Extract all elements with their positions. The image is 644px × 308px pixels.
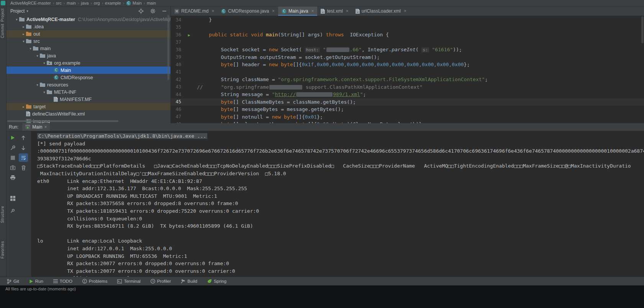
tree-item-path: C:\Users\Anonymous\Desktop\java\ActiveMq… [78, 17, 170, 22]
tree-item-resources[interactable]: ▾resources [7, 81, 170, 88]
tree-item-target[interactable]: ▸target [7, 103, 170, 110]
stop-button[interactable] [8, 153, 17, 162]
trash-icon [21, 165, 26, 170]
close-tab-icon[interactable]: × [404, 8, 406, 14]
rerun-icon [10, 135, 15, 140]
crumb-main[interactable]: CMain [126, 1, 142, 6]
wrench-button[interactable] [8, 143, 17, 152]
chevron-collapsed-icon[interactable]: ▸ [21, 25, 26, 29]
run-console[interactable]: C:\Penetration\ProgramTools\Java\jdk1.8\… [31, 131, 644, 277]
crumb-src[interactable]: src [56, 1, 62, 5]
tree-item-manifest-mf[interactable]: MANIFEST.MF [7, 96, 170, 103]
project-tree-horizontal-scrollbar[interactable] [7, 120, 118, 122]
tree-item-java[interactable]: ▾java [7, 52, 170, 59]
status-run[interactable]: Run [29, 279, 43, 284]
status-terminal[interactable]: Terminal [117, 279, 140, 284]
crumb-example[interactable]: example [105, 1, 121, 5]
chevron-expanded-icon[interactable]: ▾ [42, 90, 47, 94]
tree-item-meta-inf[interactable]: ▾META-INF [7, 88, 170, 96]
down-button[interactable] [19, 143, 28, 152]
console-line: RX bytes:8835416711 (8.2 GiB) TX bytes:4… [37, 222, 644, 230]
chevron-down-icon[interactable]: ▾ [26, 9, 28, 13]
up-icon [21, 135, 26, 140]
line-number: 43 [171, 84, 181, 90]
tree-item-defineclasswritefile-xml[interactable]: xdefineClassWriteFile.xml [7, 110, 170, 117]
tree-item-idea[interactable]: ▸.idea [7, 23, 170, 30]
status-profiler[interactable]: Profiler [151, 279, 171, 284]
project-tree: ▾ActiveMqRCE-masterC:\Users\Anonymous\De… [7, 16, 170, 123]
locate-button[interactable] [138, 8, 144, 14]
editor-tab-label: test.xml [327, 8, 342, 14]
close-tab-icon[interactable]: × [346, 8, 349, 14]
project-panel-title[interactable]: Project [10, 8, 25, 14]
crumb-main[interactable]: main [147, 1, 156, 5]
tree-item-main[interactable]: ▾main [7, 45, 170, 52]
close-tab-icon[interactable]: × [311, 8, 314, 14]
editor-tab-cmdresponse-java[interactable]: CCMDResponse.java× [218, 7, 278, 16]
crumb-java[interactable]: java [81, 1, 88, 5]
status-problems[interactable]: Problems [82, 279, 108, 284]
close-tab-icon[interactable]: × [272, 8, 275, 14]
ide-logo-icon [1, 1, 5, 5]
chevron-expanded-icon[interactable]: ▾ [35, 83, 40, 87]
status-todo[interactable]: TODO [53, 279, 72, 284]
toolwindow-tab-structure[interactable]: Structure [0, 206, 6, 223]
rerun-button[interactable] [8, 134, 17, 142]
layout-button[interactable] [8, 194, 17, 202]
editor-tab-readme-md[interactable]: MREADME.md× [171, 7, 218, 16]
settings-button[interactable] [150, 8, 156, 14]
crumb-org[interactable]: org [94, 1, 100, 5]
status-build[interactable]: Build [181, 279, 197, 284]
run-tab-main[interactable]: Main × [22, 123, 50, 131]
print-button[interactable] [8, 173, 17, 182]
close-tab-icon[interactable]: × [211, 8, 214, 14]
toolwindow-tab-favorites[interactable]: Favorites [0, 241, 6, 259]
editor-scrollbar[interactable] [641, 16, 644, 43]
close-icon[interactable]: × [44, 124, 47, 130]
tree-item-main[interactable]: CMain [7, 67, 170, 74]
code-line-45: 45 byte[] ClassNameBytes = className.get… [171, 98, 644, 106]
console-line: inet addr:127.0.0.1 Mask:255.0.0.0 [37, 245, 644, 253]
tree-item-cmdresponse[interactable]: CCMDResponse [7, 74, 170, 81]
breadcrumb-separator-icon: › [64, 1, 65, 5]
toolwindow-tab-commit[interactable]: Commit [0, 24, 6, 38]
run-line-icon[interactable]: ▶ [188, 33, 190, 37]
status-label: Problems [89, 279, 108, 284]
hide-button[interactable] [162, 9, 167, 13]
crumb-activemqrce-master[interactable]: ActiveMqRCE-master [10, 1, 51, 5]
up-button[interactable] [19, 134, 28, 142]
status-git[interactable]: Git [7, 279, 19, 284]
breadcrumb-separator-icon: › [53, 1, 54, 5]
editor-tab-urlclassloader-xml[interactable]: xurlClassLoader.xml× [352, 7, 410, 16]
chevron-collapsed-icon[interactable]: ▸ [21, 105, 26, 109]
chevron-expanded-icon[interactable]: ▾ [14, 18, 19, 21]
screenshot-button[interactable] [8, 163, 17, 172]
status-spring[interactable]: Spring [207, 279, 226, 284]
run-tab-label: Main [32, 124, 42, 130]
project-tree-vertical-scrollbar[interactable] [167, 15, 169, 80]
console-line: TX packets:20077 errors:0 dropped:0 over… [37, 267, 644, 275]
toolwindow-tab-project[interactable]: Project [0, 8, 6, 22]
class-icon: C [282, 9, 287, 14]
trash-button[interactable] [19, 163, 28, 172]
tree-item-activemqrce-master[interactable]: ▾ActiveMqRCE-masterC:\Users\Anonymous\De… [7, 16, 170, 23]
crumb-main[interactable]: main [67, 1, 76, 5]
editor-tab-test-xml[interactable]: xtest.xml× [317, 7, 352, 16]
code-line-40: 40 byte[] header = new byte[]{0x1f,0x00,… [171, 61, 644, 68]
chevron-expanded-icon[interactable]: ▾ [35, 54, 40, 58]
tree-item-out[interactable]: ▸out [7, 30, 170, 37]
pin-button[interactable] [8, 207, 17, 215]
chevron-expanded-icon[interactable]: ▾ [42, 61, 47, 65]
console-line: :000000731f00000000000000000000010100436… [37, 147, 644, 155]
tree-item-org-example[interactable]: ▾org.example [7, 59, 170, 67]
code-editor[interactable]: 34 }3536▶ public static void main(String… [171, 16, 644, 123]
chevron-expanded-icon[interactable]: ▾ [21, 39, 26, 43]
tree-item-src[interactable]: ▾src [7, 37, 170, 45]
run-console-icon [25, 125, 30, 129]
soft-wrap-button[interactable] [19, 153, 28, 162]
editor-tab-main-java[interactable]: CMain.java× [278, 7, 317, 16]
tree-item-label: ActiveMqRCE-master [26, 17, 75, 22]
chevron-expanded-icon[interactable]: ▾ [28, 47, 33, 51]
chevron-collapsed-icon[interactable]: ▸ [21, 32, 26, 36]
svg-text:x: x [357, 11, 358, 14]
